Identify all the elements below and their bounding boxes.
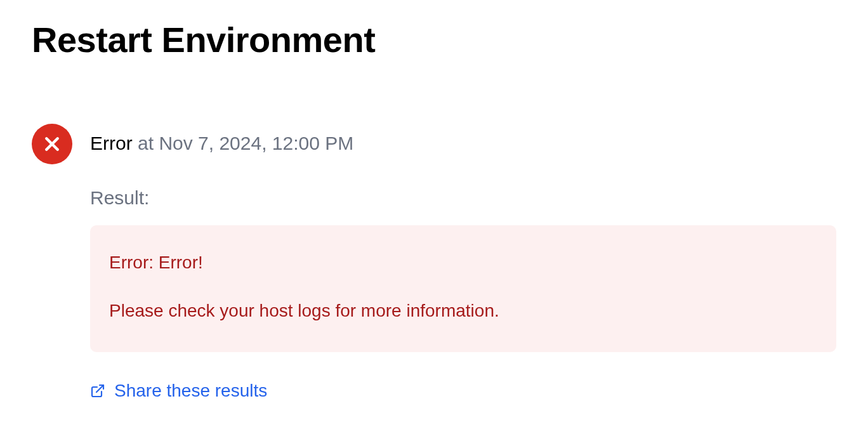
page-title: Restart Environment xyxy=(32,19,836,60)
status-content: Error at Nov 7, 2024, 12:00 PM Result: E… xyxy=(90,124,836,401)
result-message-line: Please check your host logs for more inf… xyxy=(109,298,817,324)
status-heading: Error at Nov 7, 2024, 12:00 PM xyxy=(90,133,836,154)
status-timestamp: at Nov 7, 2024, 12:00 PM xyxy=(138,133,353,154)
status-row: Error at Nov 7, 2024, 12:00 PM Result: E… xyxy=(32,124,836,401)
external-link-icon xyxy=(90,383,105,398)
result-label: Result: xyxy=(90,187,836,209)
status-label: Error xyxy=(90,133,133,154)
share-link-label: Share these results xyxy=(114,381,267,401)
error-icon xyxy=(32,124,72,164)
svg-line-2 xyxy=(96,385,103,392)
share-results-link[interactable]: Share these results xyxy=(90,381,267,401)
result-box: Error: Error! Please check your host log… xyxy=(90,225,836,352)
result-error-line: Error: Error! xyxy=(109,249,817,276)
